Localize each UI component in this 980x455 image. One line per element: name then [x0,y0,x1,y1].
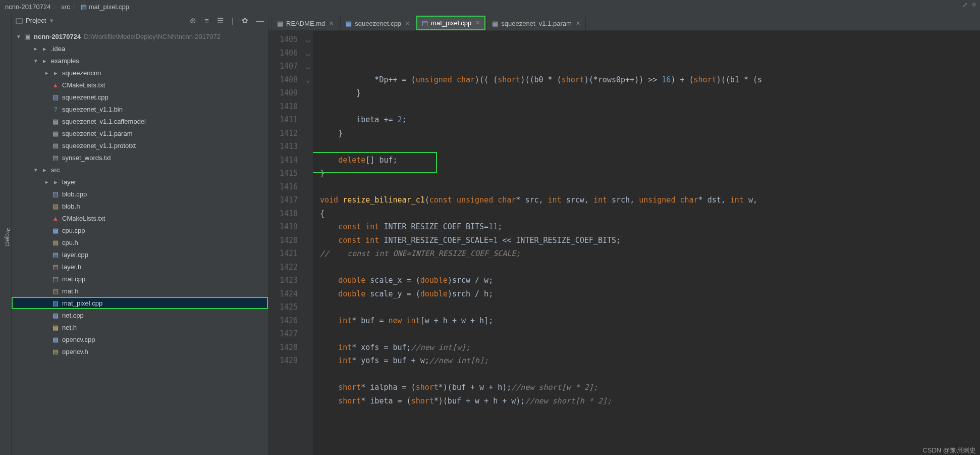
tree-item-opencv-h[interactable]: ▤opencv.h [12,345,268,358]
code-area[interactable]: *Dp++ = (unsigned char)(( (short)((b0 * … [313,31,980,455]
tab-mat-pixel-cpp[interactable]: ▤mat_pixel.cpp✕ [416,16,485,30]
chevron-down-icon[interactable]: ▾ [50,17,53,24]
line-number[interactable]: 1429 [268,354,298,368]
line-number[interactable]: 1419 [268,220,298,234]
line-number[interactable]: 1406 [268,46,298,60]
chevron-right-icon[interactable]: ▸ [32,45,40,52]
tab-squeezenet-v1-1-param[interactable]: ▤squeezenet_v1.1.param✕ [486,16,585,30]
code-line[interactable]: // const int ONE=INTER_RESIZE_COEF_SCALE… [320,247,980,261]
tree-item-squeezenet-cpp[interactable]: ▤squeezenet.cpp [12,91,268,103]
tree-item-squeezenet-v1-1-prototxt[interactable]: ▤squeezenet_v1.1.prototxt [12,139,268,151]
breadcrumb-folder[interactable]: src [61,3,70,11]
close-icon[interactable]: ✕ [475,20,480,26]
tab-readme-md[interactable]: ▤README.md✕ [271,16,339,30]
fold-gutter[interactable]: ◡◡◡⌄ [303,31,313,455]
tree-item-cpu-h[interactable]: ▤cpu.h [12,236,268,248]
code-line[interactable]: short* ibeta = (short*)(buf + w + h + w)… [320,394,980,408]
line-number[interactable]: 1427 [268,327,298,341]
chevron-down-icon[interactable]: ▾ [32,167,40,173]
tree-item-layer[interactable]: ▸▸layer [12,176,268,188]
chevron-right-icon[interactable]: ▸ [43,70,51,76]
tree-item-squeezenet-v1-1-param[interactable]: ▤squeezenet_v1.1.param [12,127,268,139]
code-line[interactable]: short* ialpha = (short*)(buf + w + h);//… [320,381,980,394]
line-number[interactable]: 1420 [268,234,298,247]
chevron-down-icon[interactable]: ▾ [32,58,40,64]
line-number[interactable]: 1428 [268,341,298,355]
line-number[interactable]: 1426 [268,314,298,328]
line-number[interactable]: 1422 [268,261,298,274]
code-line[interactable]: } [320,86,980,100]
tree-item-blob-cpp[interactable]: ▤blob.cpp [12,188,268,200]
code-line[interactable]: int* buf = new int[w + h + w + h]; [320,314,980,328]
code-line[interactable]: double scale_x = (double)srcw / w; [320,274,980,287]
tree-item-layer-h[interactable]: ▤layer.h [12,261,268,273]
tree-item-blob-h[interactable]: ▤blob.h [12,200,268,212]
line-number[interactable]: 1424 [268,287,298,301]
project-tool-stripe[interactable]: Project [0,13,12,455]
line-number[interactable]: 1413 [268,140,298,154]
close-icon[interactable]: ✕ [405,20,410,27]
tree-item-opencv-cpp[interactable]: ▤opencv.cpp [12,333,268,345]
code-line[interactable]: int* yofs = buf + w;//new int[h]; [320,354,980,368]
fold-marker[interactable]: ◡ [303,33,313,46]
code-line[interactable] [320,140,980,154]
tree-item-synset-words-txt[interactable]: ▤synset_words.txt [12,151,268,164]
tree-root[interactable]: ▾ ▣ ncnn-20170724 D:\Workfile\ModelDeplo… [12,30,268,42]
collapse-all-icon[interactable]: ☰ [217,16,224,25]
tree-item-squeezencnn[interactable]: ▸▸squeezencnn [12,67,268,79]
line-number[interactable]: 1421 [268,247,298,261]
tree-item-cmakelists-txt[interactable]: ▲CMakeLists.txt [12,212,268,224]
code-line[interactable] [320,100,980,114]
tree-item-mat-pixel-cpp[interactable]: ▤mat_pixel.cpp [12,297,268,309]
project-tree[interactable]: ▾ ▣ ncnn-20170724 D:\Workfile\ModelDeplo… [12,28,268,455]
tree-item-mat-cpp[interactable]: ▤mat.cpp [12,273,268,285]
tree-item--idea[interactable]: ▸▸.idea [12,42,268,55]
code-line[interactable] [320,300,980,314]
line-number[interactable]: 1411 [268,113,298,127]
chevron-down-icon[interactable]: ▾ [15,33,23,40]
line-number[interactable]: 1408 [268,73,298,87]
breadcrumb-root[interactable]: ncnn-20170724 [5,3,50,11]
tree-item-src[interactable]: ▾▸src [12,164,268,176]
line-number[interactable]: 1425 [268,300,298,314]
code-line[interactable]: } [320,127,980,140]
line-number[interactable]: 1409 [268,86,298,100]
close-icon[interactable]: ✕ [576,20,580,27]
tree-item-mat-h[interactable]: ▤mat.h [12,285,268,297]
code-line[interactable]: { [320,207,980,221]
tree-item-layer-cpp[interactable]: ▤layer.cpp [12,248,268,261]
code-line[interactable] [320,327,980,341]
code-line[interactable] [320,261,980,274]
code-line[interactable]: ibeta += 2; [320,113,980,127]
fold-marker[interactable]: ◡ [303,46,313,60]
code-line[interactable] [320,368,980,381]
line-number[interactable]: 1407 [268,60,298,73]
tree-item-cpu-cpp[interactable]: ▤cpu.cpp [12,224,268,236]
line-number[interactable]: 1423 [268,274,298,287]
code-line[interactable]: void resize_bilinear_c1(const unsigned c… [320,193,980,207]
code-line[interactable] [320,180,980,194]
gear-icon[interactable]: ✿ [242,16,248,25]
code-line[interactable]: double scale_y = (double)srch / h; [320,287,980,301]
tree-item-squeezenet-v1-1-caffemodel[interactable]: ▤squeezenet_v1.1.caffemodel [12,115,268,127]
breadcrumb-file[interactable]: mat_pixel.cpp [89,3,129,11]
line-number[interactable]: 1405 [268,33,298,46]
tree-item-squeezenet-v1-1-bin[interactable]: ?squeezenet_v1.1.bin [12,103,268,115]
tab-squeezenet-cpp[interactable]: ▤squeezenet.cpp✕ [340,16,415,30]
code-line[interactable]: delete[] buf; [320,154,980,167]
tree-item-cmakelists-txt[interactable]: ▲CMakeLists.txt [12,79,268,91]
menu-icon[interactable]: ≡ [972,1,976,9]
line-number-gutter[interactable]: 1405140614071408140914101411141214131414… [268,31,303,455]
line-number[interactable]: 1416 [268,180,298,194]
fold-marker[interactable]: ⌄ [303,73,313,87]
chevron-right-icon[interactable]: ▸ [43,179,51,185]
line-number[interactable]: 1412 [268,127,298,140]
fold-marker[interactable]: ◡ [303,60,313,73]
code-line[interactable]: *Dp++ = (unsigned char)(( (short)((b0 * … [320,73,980,87]
tree-item-examples[interactable]: ▾▸examples [12,55,268,67]
code-line[interactable]: } [320,167,980,180]
build-icon[interactable]: ⤢ [962,1,968,9]
line-number[interactable]: 1415 [268,167,298,180]
tree-item-net-h[interactable]: ▤net.h [12,321,268,333]
locate-icon[interactable]: ⊕ [190,16,196,25]
